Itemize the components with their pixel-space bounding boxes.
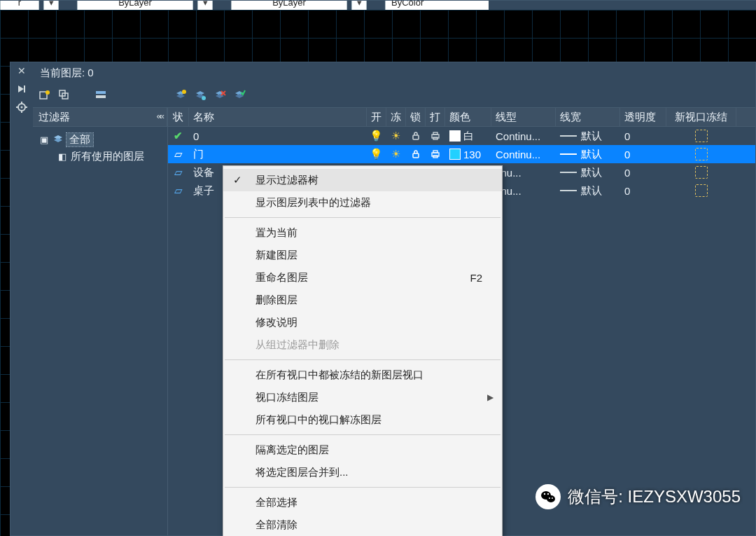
menu-item[interactable]: 显示图层列表中的过滤器 [223,191,502,214]
col-lineweight[interactable]: 线宽 [556,108,620,126]
svg-point-45 [547,495,555,502]
layer-lineweight[interactable]: 默认 [556,163,620,181]
svg-point-3 [21,106,23,109]
svg-point-16 [182,90,186,94]
bulb-icon[interactable]: 💡 [367,145,386,163]
ts-seg-2: ByLayer [231,1,347,11]
sun-icon[interactable]: ☀ [386,127,406,145]
layer-color[interactable]: 130 [445,145,491,163]
menu-item[interactable]: 所有视口中的视口解冻图层 [223,408,502,431]
layer-lineweight[interactable]: 默认 [556,127,620,145]
menu-item-label: 显示过滤器树 [255,174,318,187]
submenu-arrow-icon: ▶ [487,392,493,402]
filter-tree[interactable]: ▣ 全部 ◧ 所有使用的图层 [33,127,167,535]
layer-color[interactable]: 白 [445,127,491,145]
vp-freeze-icon[interactable] [666,145,736,163]
col-vpfreeze[interactable]: 新视口冻结 [666,108,736,126]
filter-panel-header[interactable]: 过滤器 «« [33,108,167,127]
svg-point-47 [547,493,549,495]
gear-icon[interactable] [15,100,29,114]
col-name[interactable]: 名称 [189,108,367,126]
svg-rect-34 [433,151,438,153]
layer-toolbar [33,83,755,107]
menu-item-label: 全部清除 [255,518,298,532]
tree-expander-icon[interactable]: ▣ [38,134,50,145]
col-freeze[interactable]: 冻 [386,108,406,126]
ts-seg-1: ByLayer [77,1,193,11]
menu-item[interactable]: 全部清除 [223,514,502,536]
menu-item[interactable]: 新建图层 [223,244,502,266]
menu-item[interactable]: 隔离选定的图层 [223,439,502,461]
layer-row[interactable]: ▱门💡☀130Continu...默认0 [168,145,755,163]
ts-seg-2-arrow[interactable]: ▾ [351,1,367,11]
menu-item[interactable]: 视口冻结图层▶ [223,386,502,408]
vp-freeze-icon[interactable] [666,127,736,145]
menu-item[interactable]: 将选定图层合并到... [223,461,502,483]
new-filter-icon[interactable] [37,88,52,103]
svg-point-49 [552,497,553,499]
menu-item[interactable]: 修改说明 [223,311,502,334]
filter-tree-root[interactable]: ▣ 全部 [36,131,164,148]
svg-point-46 [544,493,545,495]
col-color[interactable]: 颜色 [445,108,491,126]
set-current-layer-icon[interactable] [232,88,247,103]
menu-item-label: 隔离选定的图层 [255,444,329,457]
lock-icon[interactable] [406,145,426,163]
menu-item-label: 修改说明 [255,316,298,329]
printer-icon[interactable] [426,145,445,163]
ts-seg-0-arrow[interactable]: ▾ [43,1,59,11]
layer-row[interactable]: ✔0💡☀白Continu...默认0 [168,127,755,145]
filter-tree-root-label: 全部 [66,133,93,146]
menu-item[interactable]: 重命名图层F2 [223,266,502,289]
watermark-text: 微信号: IEZYSXW3055 [568,486,741,508]
col-on[interactable]: 开 [367,108,386,126]
tree-leaf-icon: ◧ [57,151,68,162]
delete-layer-icon[interactable] [212,88,227,103]
filter-group-icon[interactable] [57,88,72,103]
layer-context-menu[interactable]: ✓显示过滤器树显示图层列表中的过滤器置为当前新建图层重命名图层F2删除图层修改说… [223,165,503,536]
layer-name[interactable]: 门 [189,145,367,163]
new-layer-vp-icon[interactable] [192,88,208,103]
layer-linetype[interactable]: Continu... [491,127,556,145]
collapse-icon[interactable]: «« [157,111,162,121]
layer-list-header[interactable]: 状 名称 开 冻 锁 打 颜色 线型 线宽 透明度 新视口冻结 [168,108,755,127]
vp-freeze-icon[interactable] [666,181,736,200]
layer-lineweight[interactable]: 默认 [556,145,620,163]
svg-point-48 [549,497,550,499]
menu-item[interactable]: 置为当前 [223,221,502,244]
close-icon[interactable]: ✕ [15,64,29,78]
vp-freeze-icon[interactable] [666,163,736,181]
col-linetype[interactable]: 线型 [491,108,556,126]
svg-rect-12 [96,91,106,94]
menu-item[interactable]: 全部选择 [223,491,502,514]
ts-seg-1-arrow[interactable]: ▾ [197,1,213,11]
menu-item: 从组过滤器中删除 [223,334,502,356]
col-lock[interactable]: 锁 [406,108,426,126]
layer-linetype[interactable]: Continu... [491,145,556,163]
filter-tree-used[interactable]: ◧ 所有使用的图层 [36,148,164,165]
menu-separator [225,217,500,218]
new-layer-icon[interactable] [173,88,188,103]
col-plot[interactable]: 打 [426,108,445,126]
ts-gap-2 [371,1,381,11]
menu-item[interactable]: 在所有视口中都被冻结的新图层视口 [223,364,502,386]
col-transparency[interactable]: 透明度 [620,108,666,126]
layer-name[interactable]: 0 [189,127,367,145]
menu-item[interactable]: ✓显示过滤器树 [223,169,502,191]
printer-icon[interactable] [426,127,445,145]
watermark: 微信号: IEZYSXW3055 [536,484,741,509]
lock-icon[interactable] [406,127,426,145]
sun-icon[interactable]: ☀ [386,145,406,163]
palette-side-toolbar: ✕ [10,62,33,535]
layer-states-icon[interactable] [93,88,108,103]
layer-transparency[interactable]: 0 [620,127,666,145]
layer-lineweight[interactable]: 默认 [556,181,620,200]
col-status[interactable]: 状 [168,108,189,126]
bulb-icon[interactable]: 💡 [367,127,386,145]
current-layer-label: 当前图层: 0 [33,62,755,83]
layer-transparency[interactable]: 0 [620,163,666,181]
layer-transparency[interactable]: 0 [620,181,666,200]
pin-icon[interactable] [15,82,29,96]
layer-transparency[interactable]: 0 [620,145,666,163]
menu-item[interactable]: 删除图层 [223,289,502,311]
